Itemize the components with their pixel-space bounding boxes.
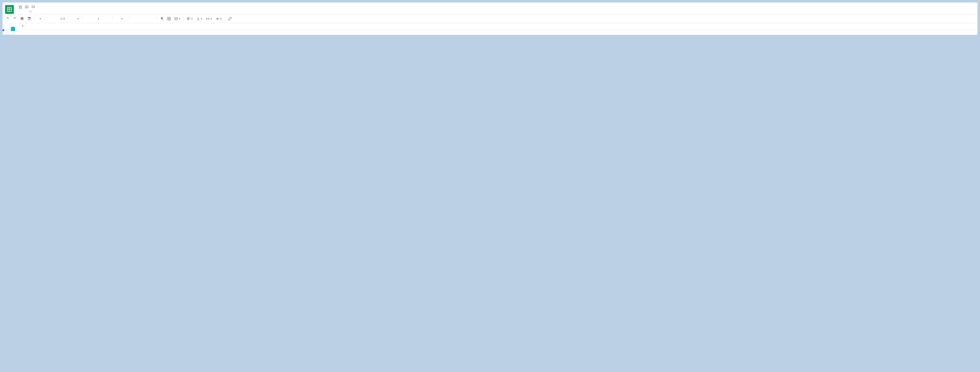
font-dropdown[interactable]: ▼: [84, 16, 111, 22]
watermark: [11, 27, 16, 31]
toolbar: ▼ .0 ▼ ▼ ▼ ▼ ▼ ▼ ▼ ▼: [3, 14, 977, 23]
text-color-button[interactable]: [150, 16, 155, 22]
menu-view[interactable]: [24, 11, 28, 13]
print-button[interactable]: [19, 16, 25, 22]
menubar: [16, 10, 975, 14]
menu-insert[interactable]: [29, 11, 32, 13]
strike-button[interactable]: [143, 16, 149, 22]
percent-button[interactable]: [52, 16, 58, 22]
currency-button[interactable]: [46, 16, 52, 22]
move-icon[interactable]: [25, 5, 29, 9]
cloud-icon[interactable]: [31, 5, 35, 9]
separator: [34, 16, 34, 21]
menu-help[interactable]: [49, 11, 53, 13]
menu-format[interactable]: [33, 11, 37, 13]
redo-button[interactable]: [12, 16, 18, 22]
separator: [225, 16, 225, 21]
star-icon[interactable]: [19, 5, 22, 9]
separator: [183, 16, 184, 21]
format-123-button[interactable]: ▼: [73, 16, 80, 22]
zoom-dropdown[interactable]: ▼: [36, 16, 43, 22]
wrap-button[interactable]: ▼: [205, 16, 213, 22]
formula-bar: ▼: [3, 23, 977, 29]
bold-button[interactable]: [131, 16, 136, 22]
undo-button[interactable]: [5, 16, 11, 22]
fill-color-button[interactable]: [159, 16, 165, 22]
separator: [44, 16, 45, 21]
italic-button[interactable]: [137, 16, 143, 22]
menu-tools[interactable]: [41, 11, 45, 13]
header: [3, 3, 977, 14]
halign-button[interactable]: ▼: [185, 16, 194, 22]
menu-file[interactable]: [16, 11, 20, 13]
sheets-logo[interactable]: [5, 5, 14, 14]
borders-button[interactable]: [166, 16, 172, 22]
valign-button[interactable]: ▼: [195, 16, 204, 22]
separator: [157, 16, 157, 21]
rotate-button[interactable]: ▼: [214, 16, 223, 22]
svg-marker-3: [19, 5, 22, 9]
font-size-dropdown[interactable]: ▼: [115, 16, 127, 22]
separator: [113, 16, 113, 21]
increase-decimal-button[interactable]: [67, 16, 73, 22]
menu-data[interactable]: [37, 11, 41, 13]
paint-format-button[interactable]: [26, 16, 32, 22]
menu-edit[interactable]: [20, 11, 24, 13]
menu-extensions[interactable]: [45, 11, 49, 13]
selection-handle[interactable]: [3, 29, 4, 31]
app-window: ▼ .0 ▼ ▼ ▼ ▼ ▼ ▼ ▼ ▼ ▼: [3, 3, 977, 35]
watermark-icon: [11, 27, 15, 31]
merge-button[interactable]: ▼: [173, 16, 182, 22]
link-button[interactable]: [227, 16, 233, 22]
separator: [82, 16, 82, 21]
decrease-decimal-button[interactable]: .0: [59, 16, 66, 22]
spreadsheet-grid[interactable]: [3, 29, 977, 35]
